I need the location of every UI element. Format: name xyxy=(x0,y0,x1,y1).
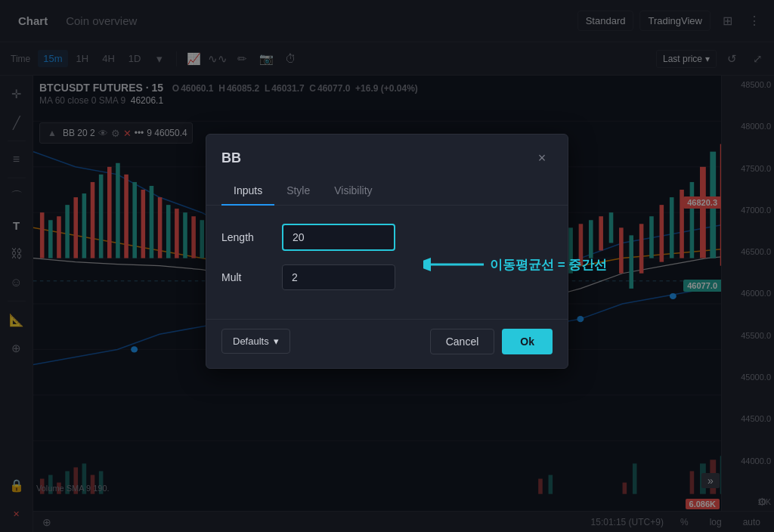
annotation-arrow-svg xyxy=(423,249,484,280)
tab-visibility[interactable]: Visibility xyxy=(322,178,384,206)
annotation-text: 이동평균선 = 중간선 xyxy=(490,256,607,274)
modal-header: BB × xyxy=(206,135,568,178)
footer-actions: Cancel Ok xyxy=(430,329,553,354)
modal-title: BB xyxy=(221,150,241,166)
mult-label: Mult xyxy=(221,271,282,283)
mult-input[interactable] xyxy=(282,264,395,290)
defaults-label: Defaults xyxy=(233,336,269,347)
annotation-container: 이동평균선 = 중간선 xyxy=(423,249,607,280)
cancel-button[interactable]: Cancel xyxy=(430,329,495,354)
tab-style[interactable]: Style xyxy=(274,178,322,206)
ok-button[interactable]: Ok xyxy=(502,329,553,354)
modal-close-button[interactable]: × xyxy=(531,148,553,169)
defaults-button[interactable]: Defaults ▾ xyxy=(221,329,290,354)
modal-overlay: BB × Inputs Style Visibility Length Mult… xyxy=(0,0,774,532)
length-label: Length xyxy=(221,231,282,243)
length-row: Length xyxy=(221,224,553,251)
defaults-chevron-icon: ▾ xyxy=(274,336,279,347)
tab-inputs[interactable]: Inputs xyxy=(221,178,274,206)
modal-tabs: Inputs Style Visibility xyxy=(206,178,568,206)
length-input[interactable] xyxy=(282,224,395,251)
modal-footer: Defaults ▾ Cancel Ok xyxy=(206,319,568,368)
